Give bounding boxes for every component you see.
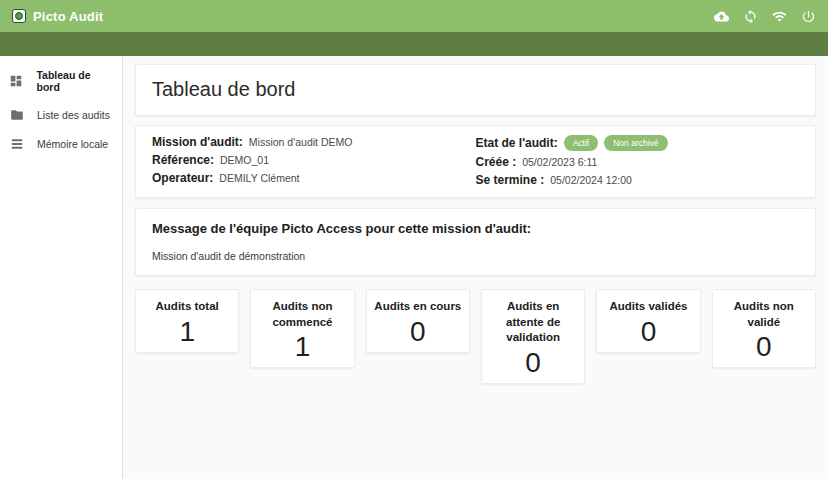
stat-label: Audits total	[142, 299, 232, 315]
reference-label: Référence:	[152, 153, 214, 167]
power-icon[interactable]	[800, 8, 816, 24]
stat-card-audits-non-commence: Audits non commencé 1	[250, 289, 354, 368]
sync-icon[interactable]	[742, 8, 758, 24]
app-title: Picto Audit	[33, 9, 103, 24]
stat-card-audits-en-cours: Audits en cours 0	[366, 289, 470, 353]
sidebar: Tableau de bord Liste des audits Mémoire…	[0, 56, 123, 479]
main-content: Tableau de bord Mission d'audit: Mission…	[123, 56, 828, 479]
team-message-title: Message de l'équipe Picto Access pour ce…	[152, 221, 799, 236]
ends-row: Se termine : 05/02/2024 12:00	[476, 173, 800, 187]
operator-value: DEMILY Clément	[219, 172, 299, 184]
reference-row: Référence: DEMO_01	[152, 153, 476, 167]
sidebar-item-liste-des-audits[interactable]: Liste des audits	[0, 100, 122, 129]
folder-icon	[9, 107, 24, 122]
mission-name-row: Mission d'audit: Mission d'audit DEMO	[152, 135, 476, 149]
stats-row: Audits total 1 Audits non commencé 1 Aud…	[135, 289, 816, 384]
mission-info-card: Mission d'audit: Mission d'audit DEMO Ré…	[135, 125, 816, 198]
created-label: Créée :	[476, 155, 517, 169]
stat-card-audits-non-valide: Audits non validé 0	[712, 289, 816, 368]
sidebar-item-memoire-locale[interactable]: Mémoire locale	[0, 129, 122, 158]
mission-name-value: Mission d'audit DEMO	[249, 136, 353, 148]
ends-label: Se termine :	[476, 173, 545, 187]
stat-label: Audits en cours	[373, 299, 463, 315]
mission-name-label: Mission d'audit:	[152, 135, 243, 149]
stat-value: 0	[603, 316, 693, 348]
audit-state-row: Etat de l'audit: Actif Non archivé	[476, 135, 800, 151]
created-row: Créée : 05/02/2023 6:11	[476, 155, 800, 169]
stat-label: Audits non commencé	[257, 299, 347, 330]
stat-label: Audits en attente de validation	[488, 299, 578, 346]
stat-value: 0	[373, 316, 463, 348]
cloud-upload-icon[interactable]	[713, 8, 729, 24]
sidebar-item-tableau-de-bord[interactable]: Tableau de bord	[0, 62, 122, 100]
status-badge-non-archive: Non archivé	[604, 135, 667, 151]
stat-card-audits-total: Audits total 1	[135, 289, 239, 353]
stat-label: Audits validés	[603, 299, 693, 315]
wifi-icon[interactable]	[771, 8, 787, 24]
sidebar-item-label: Mémoire locale	[37, 138, 108, 150]
team-message-body: Mission d'audit de démonstration	[152, 250, 799, 262]
reference-value: DEMO_01	[220, 154, 269, 166]
stat-value: 1	[142, 316, 232, 348]
sidebar-item-label: Tableau de bord	[36, 69, 114, 93]
header-sub-bar	[0, 32, 828, 56]
mission-info-right: Etat de l'audit: Actif Non archivé Créée…	[476, 135, 800, 187]
stat-value: 0	[719, 331, 809, 363]
stat-value: 1	[257, 331, 347, 363]
stat-card-audits-en-attente: Audits en attente de validation 0	[481, 289, 585, 384]
app-header: Picto Audit	[0, 0, 828, 32]
stat-label: Audits non validé	[719, 299, 809, 330]
mission-info-left: Mission d'audit: Mission d'audit DEMO Ré…	[152, 135, 476, 187]
ends-value: 05/02/2024 12:00	[550, 174, 632, 186]
stat-value: 0	[488, 347, 578, 379]
operator-row: Operateur: DEMILY Clément	[152, 171, 476, 185]
audit-state-label: Etat de l'audit:	[476, 136, 558, 150]
dashboard-icon	[9, 74, 23, 89]
page-title-card: Tableau de bord	[135, 64, 816, 116]
stat-card-audits-valides: Audits validés 0	[596, 289, 700, 353]
team-message-card: Message de l'équipe Picto Access pour ce…	[135, 208, 816, 276]
app-logo-icon	[12, 9, 26, 23]
status-badge-actif: Actif	[564, 135, 599, 151]
sidebar-item-label: Liste des audits	[37, 109, 110, 121]
operator-label: Operateur:	[152, 171, 213, 185]
storage-icon	[9, 136, 24, 151]
page-title: Tableau de bord	[152, 78, 799, 101]
created-value: 05/02/2023 6:11	[522, 156, 597, 168]
